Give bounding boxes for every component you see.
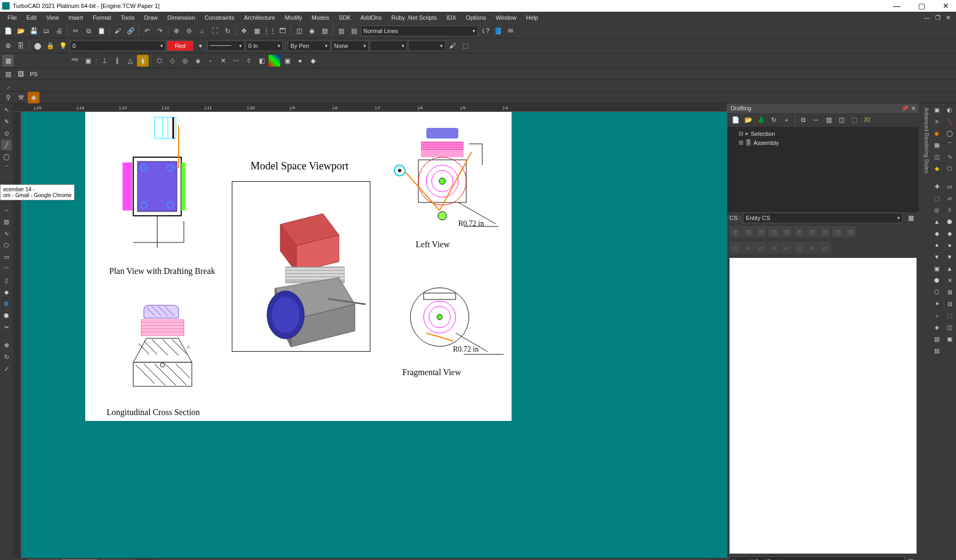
mdi-minimize-button[interactable]: —	[922, 14, 932, 21]
r2-s-icon[interactable]: ◫	[944, 322, 955, 332]
render-icon[interactable]: ◉	[306, 25, 318, 37]
rside-c-icon[interactable]: ◎	[931, 205, 942, 215]
panel-refresh-icon[interactable]: ↻	[768, 114, 780, 126]
iso-nw-icon[interactable]: ◫	[845, 226, 856, 238]
by-pen-dropdown[interactable]: By Pen	[288, 40, 330, 51]
menu-ruby[interactable]: Ruby .Net Scripts	[387, 13, 441, 22]
hatch-dropdown[interactable]	[370, 40, 407, 51]
section-dropdown[interactable]: Normal View/Section	[730, 556, 905, 560]
solid-tool-icon[interactable]: ◆	[1, 287, 12, 297]
rect-tool-icon[interactable]: ▭	[1, 251, 12, 262]
grid-icon[interactable]: ▦	[2, 55, 14, 67]
scale-tool-icon[interactable]: ⤢	[1, 363, 12, 374]
line-tool-icon[interactable]: ╱	[1, 140, 12, 150]
rside-d-icon[interactable]: ▲	[931, 216, 942, 227]
gear-icon[interactable]: ⚙	[2, 40, 14, 52]
snap-quad-icon[interactable]: ◈	[192, 55, 204, 67]
r2-k-icon[interactable]: ◆	[944, 228, 955, 239]
named-view-icon[interactable]: 🗔	[277, 25, 288, 37]
color-dropdown-icon[interactable]: ▾	[195, 40, 206, 52]
print-icon[interactable]: 🖨	[53, 25, 65, 37]
open-file-icon[interactable]: 📂	[15, 25, 27, 37]
proj-7-icon[interactable]: ▱	[806, 242, 818, 254]
r2-l-icon[interactable]: ●	[944, 240, 955, 250]
r2-j-icon[interactable]: ⬢	[944, 216, 955, 227]
zoom-in-icon[interactable]: ⊕	[171, 25, 182, 37]
menu-idx[interactable]: IDX	[442, 13, 460, 22]
menu-help[interactable]: Help	[522, 13, 542, 22]
gear-tool-icon[interactable]: ⚙	[1, 298, 12, 309]
right-dock-tab[interactable]: Advanced Rendering Styles	[919, 103, 930, 560]
help-cursor-icon[interactable]: ⤹?	[479, 25, 491, 37]
r2-e-icon[interactable]: ∿	[944, 151, 955, 162]
angle-icon[interactable]: △	[124, 55, 136, 67]
menu-format[interactable]: Format	[88, 13, 116, 22]
rside-color-icon[interactable]: ◉	[931, 128, 942, 139]
layout-icon[interactable]: ▤	[348, 25, 360, 37]
snap-center-icon[interactable]: ◎	[179, 55, 191, 67]
pin-icon[interactable]: 📌	[902, 105, 908, 111]
proj-1-icon[interactable]: ▱	[730, 242, 741, 254]
ellipse-tool-icon[interactable]: ◠	[1, 263, 12, 274]
rside-j-icon[interactable]: ⬡	[931, 287, 942, 297]
panel-close-icon[interactable]: ✕	[911, 105, 916, 111]
snap-intersect-icon[interactable]: ✕	[217, 55, 229, 67]
menu-window[interactable]: Window	[491, 13, 521, 22]
measure-box-icon[interactable]: ▣	[82, 55, 94, 67]
edit-tool-icon[interactable]: ✎	[1, 116, 12, 127]
iso-right-icon[interactable]: ◫	[768, 226, 780, 238]
cut-tool-icon[interactable]: ✂	[1, 322, 12, 332]
panel-copy-icon[interactable]: ⧉	[797, 114, 809, 126]
iso-top-icon[interactable]: ◫	[781, 226, 792, 238]
drafting-tree[interactable]: ⊟▸ Selection ⊞🗄 Assembly	[727, 127, 919, 212]
r2-m-icon[interactable]: ▼	[944, 251, 955, 262]
rside-layer-icon[interactable]: ≡	[931, 116, 942, 127]
menu-modes[interactable]: Modes	[307, 13, 334, 22]
highlight-icon[interactable]: ▮	[137, 55, 149, 67]
tree-selection[interactable]: ⊟▸ Selection	[730, 129, 917, 138]
menu-sdk[interactable]: SDK	[335, 13, 355, 22]
r2-n-icon[interactable]: ▲	[944, 263, 955, 274]
menu-edit[interactable]: Edit	[22, 13, 41, 22]
cut-icon[interactable]: ✂	[70, 25, 82, 37]
drawing-canvas[interactable]: Model Space Viewport	[21, 112, 727, 558]
rotate-tool-icon[interactable]: ↻	[1, 352, 12, 362]
layer-dropdown[interactable]: 0	[70, 40, 166, 51]
section-apply-icon[interactable]: ▦	[905, 556, 917, 560]
iso-se-icon[interactable]: ◫	[819, 226, 831, 238]
poly-tool-icon[interactable]: ⬠	[1, 240, 12, 250]
undo-icon[interactable]: ↶	[141, 25, 153, 37]
spline-tool-icon[interactable]: ∿	[1, 228, 12, 239]
zoom-tool-icon[interactable]: ⊙	[1, 128, 12, 139]
spell-icon[interactable]: ᴬᴮᶜ	[69, 55, 81, 67]
zoom-extents-icon[interactable]: ⛶	[209, 25, 221, 37]
rside-i-icon[interactable]: ⬢	[931, 275, 942, 286]
r2-i-icon[interactable]: ◊	[944, 205, 955, 215]
image-icon[interactable]: 🖼	[15, 68, 27, 80]
tool-b-icon[interactable]: ⚒	[15, 92, 27, 103]
panel-xi-icon[interactable]: XI	[861, 114, 873, 126]
iso-front-icon[interactable]: ◫	[730, 226, 741, 238]
iso-bottom-icon[interactable]: ◫	[793, 226, 805, 238]
rside-k-icon[interactable]: ✦	[931, 298, 942, 309]
panel-section-icon[interactable]: ⬚	[848, 114, 860, 126]
parallel-icon[interactable]: ∥	[111, 55, 123, 67]
linewidth-dropdown[interactable]: 0 in	[246, 40, 283, 51]
pan-icon[interactable]: ✥	[238, 25, 250, 37]
snap-extension-icon[interactable]: ⋯	[230, 55, 242, 67]
hidden-line-icon[interactable]: ▧	[319, 25, 330, 37]
viewport-icon[interactable]: ▥	[335, 25, 347, 37]
rside-select-icon[interactable]: ◫	[931, 151, 942, 162]
iso-left-icon[interactable]: ◫	[755, 226, 767, 238]
r2-d-icon[interactable]: ⌒	[944, 140, 955, 150]
bulb-off-icon[interactable]: ⬤	[31, 40, 43, 52]
tree-assembly[interactable]: ⊞🗄 Assembly	[730, 138, 917, 147]
grid-dots-icon[interactable]: ⋮⋮	[264, 25, 276, 37]
expand-icon[interactable]: ⊟	[738, 130, 743, 137]
proj-4-icon[interactable]: ▱	[768, 242, 780, 254]
snap-node-icon[interactable]: ▫	[205, 55, 216, 67]
proj-6-icon[interactable]: ▱	[793, 242, 805, 254]
rside-b-icon[interactable]: ⬚	[931, 193, 942, 204]
r2-f-icon[interactable]: ⬠	[944, 163, 955, 174]
select-tool-icon[interactable]: ↖	[1, 104, 12, 115]
